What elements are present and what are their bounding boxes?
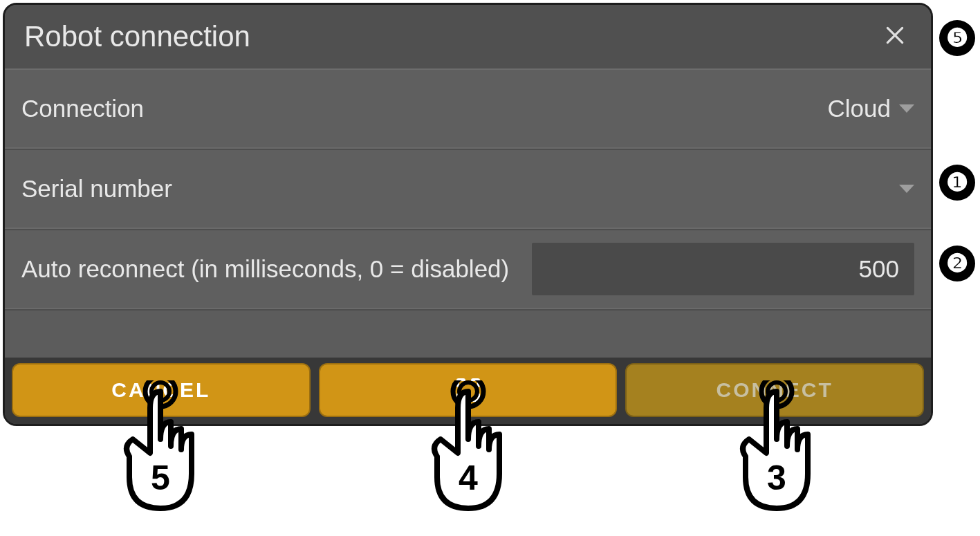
hand-number-5: 5 [102,458,219,498]
row-serial[interactable]: Serial number [5,149,931,229]
close-icon[interactable] [878,17,912,56]
row-reconnect: Auto reconnect (in milliseconds, 0 = dis… [5,229,931,309]
hand-annotation-5: 5 [102,380,219,522]
robot-connection-dialog: Robot connection Connection Cloud Serial… [3,3,933,426]
serial-dropdown[interactable] [891,185,914,193]
chevron-down-icon [899,185,914,193]
connection-dropdown[interactable]: Cloud [828,95,914,122]
callout-1-serial: ❶ [939,165,975,201]
connection-value: Cloud [828,95,891,122]
callout-5-close: ❺ [939,20,975,56]
reconnect-input[interactable]: 500 [532,243,914,295]
callout-2-reconnect: ❷ [939,246,975,281]
hand-number-3: 3 [718,458,835,498]
dialog-titlebar: Robot connection [5,5,931,68]
dialog-title: Robot connection [24,20,250,53]
reconnect-value: 500 [859,255,899,283]
row-connection[interactable]: Connection Cloud [5,68,931,149]
reconnect-label: Auto reconnect (in milliseconds, 0 = dis… [21,255,509,283]
dialog-body: Connection Cloud Serial number Auto reco… [5,68,931,358]
dialog-spacer [5,309,931,358]
connection-label: Connection [21,95,144,122]
hand-annotation-4: 4 [409,380,527,522]
hand-annotation-3: 3 [718,380,835,522]
hand-number-4: 4 [409,458,527,498]
chevron-down-icon [899,104,914,113]
serial-label: Serial number [21,175,172,203]
